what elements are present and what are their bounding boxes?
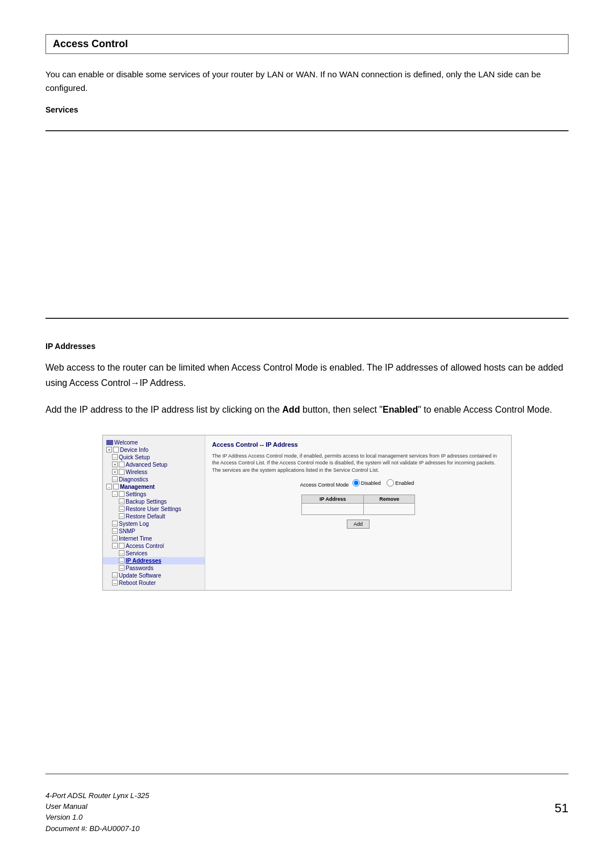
ss-table-header-remove: Remove [364, 495, 415, 504]
ip-addresses-section: IP Addresses Web access to the router ca… [45, 342, 569, 608]
page-icon-it: — [112, 535, 118, 541]
ss-services-label: Services [126, 550, 147, 556]
ss-advanced-setup-label: Advanced Setup [126, 462, 167, 468]
page-icon-pw: — [119, 565, 125, 571]
ss-access-control[interactable]: - Access Control [103, 542, 205, 550]
ss-services[interactable]: — Services [103, 550, 205, 557]
page-container: Access Control You can enable or disable… [0, 0, 614, 868]
ss-settings-label: Settings [126, 491, 146, 497]
screenshot-main: Access Control -- IP Address The IP Addr… [205, 435, 511, 590]
ss-internet-time[interactable]: — Internet Time [103, 535, 205, 542]
page-icon-rb: — [112, 580, 118, 585]
page-icon-ru: — [119, 506, 125, 512]
ss-quick-setup[interactable]: — Quick Setup [103, 454, 205, 461]
ss-reboot-label: Reboot Router [119, 580, 156, 586]
page-icon-bak: — [119, 499, 125, 504]
ss-reboot[interactable]: — Reboot Router [103, 579, 205, 587]
ss-mode-row: Access Control Mode Disabled Enabled [212, 479, 504, 488]
monitor-icon [106, 440, 113, 445]
ss-table-header-ip: IP Address [302, 495, 364, 504]
ss-update-software[interactable]: — Update Software [103, 572, 205, 579]
ss-main-description: The IP Address Access Control mode, if e… [212, 452, 504, 474]
ss-quick-setup-label: Quick Setup [119, 454, 150, 460]
ss-snmp[interactable]: — SNMP [103, 528, 205, 535]
ss-snmp-label: SNMP [119, 528, 135, 534]
ss-update-software-label: Update Software [119, 572, 161, 579]
page-icon-diag: — [112, 476, 118, 482]
page-icon-rd: — [119, 513, 125, 519]
page-icon-svc: — [119, 550, 125, 556]
ss-mode-enabled-text: Enabled [395, 480, 414, 486]
ss-advanced-setup[interactable]: + Advanced Setup [103, 461, 205, 468]
ss-wireless[interactable]: + Wireless [103, 468, 205, 476]
folder-icon-as [119, 462, 125, 467]
ip-para2-prefix: Add the IP address to the IP address lis… [45, 405, 283, 414]
ss-internet-time-label: Internet Time [119, 535, 152, 542]
footer-manual: User Manual [45, 801, 139, 812]
ss-welcome-label: Welcome [114, 439, 138, 446]
ss-access-control-label: Access Control [126, 543, 164, 549]
ss-welcome[interactable]: Welcome [103, 439, 205, 446]
footer-document: Document #: BD-AU0007-10 [45, 823, 139, 834]
ip-addresses-label: IP Addresses [45, 342, 569, 351]
ss-settings[interactable]: - Settings [103, 491, 205, 498]
ss-wireless-label: Wireless [126, 469, 147, 475]
services-label: Services [45, 105, 569, 114]
expand-icon-set: - [112, 491, 118, 497]
footer-left: User Manual Version 1.0 Document #: BD-A… [45, 801, 139, 834]
ss-diagnostics[interactable]: — Diagnostics [103, 476, 205, 483]
ss-ip-table: IP Address Remove [301, 495, 415, 515]
ss-ip-addresses[interactable]: — IP Addresses [103, 557, 205, 564]
ss-diagnostics-label: Diagnostics [119, 476, 148, 483]
expand-icon-w: + [112, 469, 118, 475]
ss-table-row-empty [302, 504, 415, 515]
divider-bottom [45, 318, 569, 319]
ip-para2: Add the IP address to the IP address lis… [45, 402, 569, 417]
ss-mode-disabled-radio[interactable] [352, 479, 360, 487]
ss-backup-label: Backup Settings [126, 499, 167, 505]
ss-mode-label: Access Control Mode [300, 482, 349, 488]
intro-text: You can enable or disable some services … [45, 68, 569, 95]
ss-restore-default[interactable]: — Restore Default [103, 513, 205, 520]
ss-passwords[interactable]: — Passwords [103, 564, 205, 572]
expand-icon-ac: - [112, 543, 118, 549]
ss-backup[interactable]: — Backup Settings [103, 498, 205, 505]
ss-main-title: Access Control -- IP Address [212, 441, 504, 448]
ss-add-button[interactable]: Add [347, 520, 370, 529]
page-title: Access Control [53, 38, 561, 50]
page-icon-snmp: — [112, 528, 118, 534]
expand-icon-mgmt: - [106, 484, 112, 489]
ss-restore-default-label: Restore Default [126, 513, 165, 520]
footer-version: Version 1.0 [45, 812, 139, 823]
footer-bottom: User Manual Version 1.0 Document #: BD-A… [45, 801, 569, 834]
ss-mode-disabled-label[interactable]: Disabled [352, 479, 381, 487]
expand-icon: + [106, 447, 112, 452]
ip-para2-enabled: Enabled [383, 405, 418, 414]
folder-icon-set [119, 491, 125, 497]
ss-mode-enabled-label[interactable]: Enabled [387, 479, 414, 487]
ip-para2-suffix: button, then select " [300, 405, 383, 414]
ss-management[interactable]: - Management [103, 483, 205, 491]
ss-table-cell-ip [302, 504, 364, 515]
folder-icon [113, 447, 119, 452]
ss-mode-enabled-radio[interactable] [387, 479, 394, 487]
page-icon-qs: — [112, 454, 118, 460]
ss-syslog[interactable]: — System Log [103, 520, 205, 528]
ss-table-cell-remove [364, 504, 415, 515]
footer-product: 4-Port ADSL Router Lynx L-325 [45, 791, 569, 800]
ss-mode-disabled-text: Disabled [361, 480, 381, 486]
page-icon-sl: — [112, 521, 118, 526]
ss-ip-addresses-label: IP Addresses [126, 558, 161, 564]
ip-para1: Web access to the router can be limited … [45, 360, 569, 391]
ss-restore-user[interactable]: — Restore User Settings [103, 505, 205, 513]
services-table-area [45, 142, 569, 301]
ip-para2-end: " to enable Access Control Mode. [418, 405, 552, 414]
ss-device-info[interactable]: + Device Info [103, 446, 205, 454]
ss-management-label: Management [120, 484, 155, 490]
ip-para2-add: Add [283, 405, 300, 414]
ss-restore-user-label: Restore User Settings [126, 506, 181, 512]
folder-icon-mgmt [113, 484, 119, 489]
screenshot-box: Welcome + Device Info — Quick Setup + [102, 435, 512, 591]
footer-page-number: 51 [555, 801, 569, 816]
ss-syslog-label: System Log [119, 521, 149, 527]
